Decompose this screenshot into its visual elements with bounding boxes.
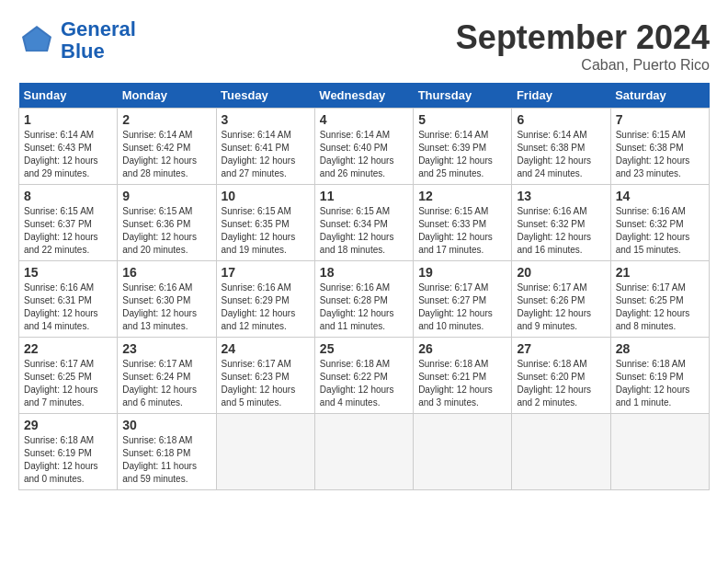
calendar-cell xyxy=(610,414,709,490)
calendar-cell: 27Sunrise: 6:18 AMSunset: 6:20 PMDayligh… xyxy=(512,338,610,414)
calendar-cell: 19Sunrise: 6:17 AMSunset: 6:27 PMDayligh… xyxy=(414,261,512,338)
day-number: 1 xyxy=(24,112,112,127)
day-info: Sunrise: 6:15 AMSunset: 6:38 PMDaylight:… xyxy=(616,129,704,180)
day-number: 17 xyxy=(222,265,310,280)
day-info: Sunrise: 6:18 AMSunset: 6:21 PMDaylight:… xyxy=(418,358,506,409)
weekday-header-thursday: Thursday xyxy=(414,83,512,109)
calendar-cell: 15Sunrise: 6:16 AMSunset: 6:31 PMDayligh… xyxy=(19,261,118,338)
calendar-cell: 25Sunrise: 6:18 AMSunset: 6:22 PMDayligh… xyxy=(314,338,413,414)
calendar-cell: 29Sunrise: 6:18 AMSunset: 6:19 PMDayligh… xyxy=(19,414,118,490)
calendar-week-1: 1Sunrise: 6:14 AMSunset: 6:43 PMDaylight… xyxy=(19,109,710,185)
calendar-cell: 30Sunrise: 6:18 AMSunset: 6:18 PMDayligh… xyxy=(118,414,216,490)
day-info: Sunrise: 6:15 AMSunset: 6:35 PMDaylight:… xyxy=(222,205,310,257)
day-number: 23 xyxy=(122,341,210,356)
weekday-header-tuesday: Tuesday xyxy=(216,83,314,109)
calendar-week-5: 29Sunrise: 6:18 AMSunset: 6:19 PMDayligh… xyxy=(19,414,710,490)
svg-marker-1 xyxy=(24,29,49,51)
day-info: Sunrise: 6:18 AMSunset: 6:19 PMDaylight:… xyxy=(24,434,112,486)
day-info: Sunrise: 6:18 AMSunset: 6:20 PMDaylight:… xyxy=(517,358,605,409)
day-number: 3 xyxy=(222,112,310,127)
day-number: 14 xyxy=(616,189,704,203)
day-info: Sunrise: 6:16 AMSunset: 6:29 PMDaylight:… xyxy=(222,282,310,333)
day-number: 2 xyxy=(122,112,210,127)
logo-icon xyxy=(18,22,55,59)
day-info: Sunrise: 6:15 AMSunset: 6:36 PMDaylight:… xyxy=(122,205,210,257)
weekday-header-friday: Friday xyxy=(512,83,610,109)
calendar-cell: 12Sunrise: 6:15 AMSunset: 6:33 PMDayligh… xyxy=(414,185,512,261)
day-number: 20 xyxy=(517,265,605,280)
calendar-table: SundayMondayTuesdayWednesdayThursdayFrid… xyxy=(18,83,710,490)
logo-general: General xyxy=(61,17,136,40)
calendar-week-4: 22Sunrise: 6:17 AMSunset: 6:25 PMDayligh… xyxy=(19,338,710,414)
weekday-header-sunday: Sunday xyxy=(19,83,118,109)
day-info: Sunrise: 6:15 AMSunset: 6:34 PMDaylight:… xyxy=(320,205,408,257)
day-info: Sunrise: 6:15 AMSunset: 6:33 PMDaylight:… xyxy=(418,205,506,257)
calendar-cell: 24Sunrise: 6:17 AMSunset: 6:23 PMDayligh… xyxy=(216,338,314,414)
calendar-cell: 28Sunrise: 6:18 AMSunset: 6:19 PMDayligh… xyxy=(610,338,709,414)
logo-text: General Blue xyxy=(61,18,136,63)
calendar-week-3: 15Sunrise: 6:16 AMSunset: 6:31 PMDayligh… xyxy=(19,261,710,338)
page-header: General Blue September 2024 Caban, Puert… xyxy=(18,18,710,74)
day-number: 10 xyxy=(222,189,310,203)
day-info: Sunrise: 6:14 AMSunset: 6:38 PMDaylight:… xyxy=(517,129,605,180)
calendar-cell: 14Sunrise: 6:16 AMSunset: 6:32 PMDayligh… xyxy=(610,185,709,261)
calendar-cell: 4Sunrise: 6:14 AMSunset: 6:40 PMDaylight… xyxy=(314,109,413,185)
day-number: 9 xyxy=(122,189,210,203)
day-number: 19 xyxy=(418,265,506,280)
weekday-header-wednesday: Wednesday xyxy=(314,83,413,109)
calendar-cell: 5Sunrise: 6:14 AMSunset: 6:39 PMDaylight… xyxy=(414,109,512,185)
day-info: Sunrise: 6:14 AMSunset: 6:43 PMDaylight:… xyxy=(24,129,112,180)
day-number: 30 xyxy=(122,418,210,432)
day-number: 8 xyxy=(24,189,112,203)
day-number: 16 xyxy=(122,265,210,280)
calendar-cell: 9Sunrise: 6:15 AMSunset: 6:36 PMDaylight… xyxy=(118,185,216,261)
calendar-cell xyxy=(216,414,314,490)
logo-blue: Blue xyxy=(61,40,105,63)
day-number: 24 xyxy=(222,341,310,356)
day-info: Sunrise: 6:17 AMSunset: 6:27 PMDaylight:… xyxy=(418,282,506,333)
day-info: Sunrise: 6:17 AMSunset: 6:26 PMDaylight:… xyxy=(517,282,605,333)
calendar-cell: 11Sunrise: 6:15 AMSunset: 6:34 PMDayligh… xyxy=(314,185,413,261)
day-number: 21 xyxy=(616,265,704,280)
calendar-cell: 2Sunrise: 6:14 AMSunset: 6:42 PMDaylight… xyxy=(118,109,216,185)
day-info: Sunrise: 6:17 AMSunset: 6:24 PMDaylight:… xyxy=(122,358,210,409)
calendar-cell: 6Sunrise: 6:14 AMSunset: 6:38 PMDaylight… xyxy=(512,109,610,185)
calendar-cell: 10Sunrise: 6:15 AMSunset: 6:35 PMDayligh… xyxy=(216,185,314,261)
calendar-cell: 16Sunrise: 6:16 AMSunset: 6:30 PMDayligh… xyxy=(118,261,216,338)
day-number: 25 xyxy=(320,341,408,356)
day-info: Sunrise: 6:18 AMSunset: 6:19 PMDaylight:… xyxy=(616,358,704,409)
calendar-cell: 21Sunrise: 6:17 AMSunset: 6:25 PMDayligh… xyxy=(610,261,709,338)
month-title: September 2024 Caban, Puerto Rico xyxy=(456,18,710,74)
day-number: 12 xyxy=(418,189,506,203)
day-info: Sunrise: 6:17 AMSunset: 6:23 PMDaylight:… xyxy=(222,358,310,409)
day-info: Sunrise: 6:14 AMSunset: 6:40 PMDaylight:… xyxy=(320,129,408,180)
day-info: Sunrise: 6:17 AMSunset: 6:25 PMDaylight:… xyxy=(616,282,704,333)
day-number: 11 xyxy=(320,189,408,203)
calendar-week-2: 8Sunrise: 6:15 AMSunset: 6:37 PMDaylight… xyxy=(19,185,710,261)
day-number: 5 xyxy=(418,112,506,127)
location: Caban, Puerto Rico xyxy=(456,57,710,74)
day-info: Sunrise: 6:16 AMSunset: 6:32 PMDaylight:… xyxy=(517,205,605,257)
logo: General Blue xyxy=(18,18,136,63)
day-number: 18 xyxy=(320,265,408,280)
day-info: Sunrise: 6:14 AMSunset: 6:42 PMDaylight:… xyxy=(122,129,210,180)
calendar-cell: 3Sunrise: 6:14 AMSunset: 6:41 PMDaylight… xyxy=(216,109,314,185)
day-info: Sunrise: 6:16 AMSunset: 6:28 PMDaylight:… xyxy=(320,282,408,333)
day-info: Sunrise: 6:16 AMSunset: 6:30 PMDaylight:… xyxy=(122,282,210,333)
calendar-cell: 17Sunrise: 6:16 AMSunset: 6:29 PMDayligh… xyxy=(216,261,314,338)
month-year: September 2024 xyxy=(456,18,710,57)
day-number: 6 xyxy=(517,112,605,127)
day-number: 29 xyxy=(24,418,112,432)
day-number: 26 xyxy=(418,341,506,356)
day-info: Sunrise: 6:16 AMSunset: 6:32 PMDaylight:… xyxy=(616,205,704,257)
day-number: 4 xyxy=(320,112,408,127)
day-info: Sunrise: 6:15 AMSunset: 6:37 PMDaylight:… xyxy=(24,205,112,257)
day-info: Sunrise: 6:18 AMSunset: 6:22 PMDaylight:… xyxy=(320,358,408,409)
day-number: 28 xyxy=(616,341,704,356)
day-info: Sunrise: 6:16 AMSunset: 6:31 PMDaylight:… xyxy=(24,282,112,333)
calendar-cell: 23Sunrise: 6:17 AMSunset: 6:24 PMDayligh… xyxy=(118,338,216,414)
calendar-cell: 8Sunrise: 6:15 AMSunset: 6:37 PMDaylight… xyxy=(19,185,118,261)
day-info: Sunrise: 6:14 AMSunset: 6:41 PMDaylight:… xyxy=(222,129,310,180)
calendar-cell: 22Sunrise: 6:17 AMSunset: 6:25 PMDayligh… xyxy=(19,338,118,414)
calendar-cell: 13Sunrise: 6:16 AMSunset: 6:32 PMDayligh… xyxy=(512,185,610,261)
